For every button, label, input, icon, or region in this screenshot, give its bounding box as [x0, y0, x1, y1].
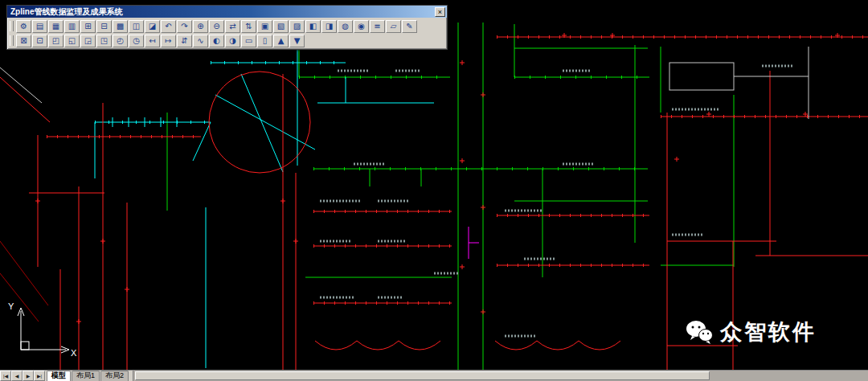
gear-icon[interactable]: ⚙	[16, 20, 31, 33]
paste-icon[interactable]: ◪	[145, 20, 160, 33]
half-moon-right-icon[interactable]: ◑	[225, 35, 240, 47]
window-title: Zpline管线数据监理及成果系统	[10, 6, 433, 18]
rect-v-icon[interactable]: ▯	[257, 35, 272, 47]
cad-drawing	[0, 0, 868, 371]
add-panel-icon[interactable]: ⊞	[80, 20, 96, 33]
cells-icon[interactable]: ▣	[257, 20, 272, 33]
swap-horizontal-icon[interactable]: ⇄	[225, 20, 240, 33]
redo-icon[interactable]: ↷	[177, 20, 192, 33]
wave-icon[interactable]: ∿	[193, 35, 208, 47]
grid-icon[interactable]: ▦	[48, 20, 63, 33]
watermark-text: 众智软件	[720, 318, 817, 346]
target-icon[interactable]: ◉	[354, 20, 369, 33]
layout-tabs: 模型布局1布局2	[47, 371, 129, 381]
ucs-icon: Y X	[3, 297, 80, 358]
parallelogram-icon[interactable]: ▱	[386, 20, 401, 33]
layout-tab-bar: |◀◀▶▶| 模型布局1布局2	[0, 370, 868, 381]
wechat-icon	[686, 320, 713, 344]
zoom-out-icon[interactable]: ⊖	[209, 20, 224, 33]
sheet-icon[interactable]: ▤	[32, 20, 47, 33]
toolbar-grip[interactable]	[10, 21, 14, 31]
up-icon[interactable]: ▲	[273, 35, 289, 47]
remove-panel-icon[interactable]: ⊟	[96, 20, 112, 33]
toolbar-grip[interactable]	[10, 35, 14, 46]
half-moon-left-icon[interactable]: ◐	[209, 35, 224, 47]
hatch-right-icon[interactable]: ▨	[289, 20, 305, 33]
next-tab-button[interactable]: ▶	[23, 371, 34, 381]
horizontal-scrollbar[interactable]	[133, 371, 868, 381]
close-button[interactable]: ×	[435, 7, 445, 17]
arrows-updown-icon[interactable]: ⇵	[177, 35, 192, 47]
select-cell-icon[interactable]: ⊡	[32, 35, 47, 47]
half-right-icon[interactable]: ◨	[321, 20, 337, 33]
table-icon[interactable]: ▥	[64, 20, 80, 33]
rect-h-icon[interactable]: ▭	[241, 35, 256, 47]
circle-dot-icon[interactable]: ◍	[338, 20, 353, 33]
app-window: Y X 众智软件 Zpline管线数据监理及成果系统 × ⚙▤▦▥⊞⊟▩◫◪↶↷…	[0, 0, 868, 381]
tab-布局2[interactable]: 布局2	[100, 371, 129, 381]
arrow-right-bar-icon[interactable]: ↦	[161, 35, 176, 47]
quadrant-2-icon[interactable]: ◱	[64, 35, 80, 47]
quadrant-4-icon[interactable]: ◳	[96, 35, 112, 47]
hatch-left-icon[interactable]: ▧	[273, 20, 289, 33]
swap-vertical-icon[interactable]: ⇅	[241, 20, 256, 33]
arrow-left-bar-icon[interactable]: ↤	[145, 35, 160, 47]
zoom-in-icon[interactable]: ⊕	[193, 20, 208, 33]
clock-start-icon[interactable]: ◴	[113, 35, 128, 47]
half-left-icon[interactable]: ◧	[305, 20, 321, 33]
layers-icon[interactable]: ▩	[113, 20, 128, 33]
toolbar: ⚙▤▦▥⊞⊟▩◫◪↶↷⊕⊖⇄⇅▣▧▨◧◨◍◉≡▱✎⊠⊡◰◱◲◳◴◷↤↦⇵∿◐◑▭…	[7, 18, 447, 49]
quadrant-3-icon[interactable]: ◲	[80, 35, 96, 47]
clock-end-icon[interactable]: ◷	[129, 35, 144, 47]
edit-icon[interactable]: ✎	[402, 20, 417, 33]
tab-布局1[interactable]: 布局1	[72, 371, 100, 381]
tab-navigation: |◀◀▶▶|	[0, 371, 45, 381]
list-icon[interactable]: ≡	[370, 20, 385, 33]
ucs-y-label: Y	[8, 301, 14, 311]
scrollbar-thumb[interactable]	[135, 371, 710, 380]
toolbar-window-titlebar[interactable]: Zpline管线数据监理及成果系统 ×	[7, 6, 447, 18]
toolbar-window: Zpline管线数据监理及成果系统 × ⚙▤▦▥⊞⊟▩◫◪↶↷⊕⊖⇄⇅▣▧▨◧◨…	[6, 5, 448, 50]
last-tab-button[interactable]: ▶|	[34, 371, 45, 381]
undo-icon[interactable]: ↶	[161, 20, 176, 33]
tab-模型[interactable]: 模型	[47, 371, 71, 381]
prev-tab-button[interactable]: ◀	[11, 371, 23, 381]
quadrant-1-icon[interactable]: ◰	[48, 35, 63, 47]
copy-icon[interactable]: ◫	[129, 20, 144, 33]
watermark: 众智软件	[686, 318, 817, 346]
first-tab-button[interactable]: |◀	[0, 371, 11, 381]
down-icon[interactable]: ▼	[289, 35, 305, 47]
delete-cell-icon[interactable]: ⊠	[16, 35, 31, 47]
cad-canvas[interactable]: Y X 众智软件	[0, 0, 868, 371]
ucs-x-label: X	[71, 348, 77, 358]
